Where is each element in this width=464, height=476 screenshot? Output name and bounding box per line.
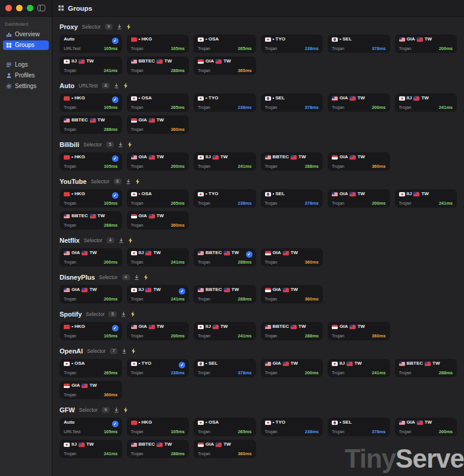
sidebar-item-groups[interactable]: Groups <box>3 40 49 50</box>
proxy-card[interactable]: IIJTW Trojan 241ms <box>395 93 457 112</box>
proxy-card[interactable]: GIATW Trojan 360ms <box>261 248 323 267</box>
download-test-icon[interactable] <box>119 237 124 243</box>
proxy-card[interactable]: • TYO Trojan 238ms <box>194 189 256 208</box>
proxy-name: • OSA <box>198 420 252 425</box>
proxy-card[interactable]: BBTECTW Trojan 288ms ✓ <box>194 248 256 267</box>
latency-test-icon[interactable] <box>123 83 128 89</box>
proxy-card[interactable]: IIJTW Trojan 241ms <box>60 440 122 458</box>
proxy-card[interactable]: GIATW Trojan 200ms <box>328 189 390 208</box>
download-test-icon[interactable] <box>114 407 119 413</box>
proxy-card[interactable]: BBTECTW Trojan 288ms <box>395 359 457 377</box>
latency-test-icon[interactable] <box>130 311 135 317</box>
proxy-card[interactable]: • SEL Trojan 378ms <box>328 418 390 436</box>
proxy-card[interactable]: IIJTW Trojan 241ms ✓ <box>127 285 189 303</box>
proxy-card[interactable]: • OSA Trojan 265ms <box>127 189 189 208</box>
proxy-card[interactable]: GIATW Trojan 360ms <box>60 381 122 399</box>
latency-test-icon[interactable] <box>131 348 136 354</box>
proxy-latency: 241ms <box>104 68 117 73</box>
latency-test-icon[interactable] <box>126 24 131 30</box>
proxy-card[interactable]: • SEL Trojan 378ms <box>261 93 323 112</box>
proxy-latency: 241ms <box>372 371 385 375</box>
proxy-latency: 288ms <box>171 452 185 456</box>
sidebar-item-logs[interactable]: Logs <box>3 60 49 70</box>
proxy-card[interactable]: GIATW Trojan 200ms <box>127 152 189 171</box>
proxy-card[interactable]: • HKG Trojan 105ms ✓ <box>60 322 122 340</box>
sidebar-item-overview[interactable]: Overview <box>3 30 49 39</box>
proxy-card[interactable]: • HKG Trojan 105ms ✓ <box>60 93 122 112</box>
proxy-card[interactable]: • OSA Trojan 265ms <box>60 359 122 377</box>
proxy-card[interactable]: IIJTW Trojan 241ms <box>60 57 122 75</box>
latency-test-icon[interactable] <box>127 142 132 148</box>
proxy-card[interactable]: IIJTW Trojan 241ms <box>395 189 457 208</box>
proxy-card[interactable]: • SEL Trojan 378ms <box>194 359 256 377</box>
proxy-card[interactable]: GIATW Trojan 360ms <box>194 440 256 458</box>
proxy-card[interactable]: GIATW Trojan 200ms <box>261 359 323 377</box>
sidebar-toggle-icon[interactable] <box>38 5 45 11</box>
download-test-icon[interactable] <box>126 178 131 184</box>
proxy-card[interactable]: • HKG Trojan 105ms <box>127 35 189 53</box>
proxy-card[interactable]: • SEL Trojan 378ms <box>261 189 323 208</box>
flag-tw-icon <box>417 37 423 42</box>
zoom-button[interactable] <box>27 5 33 11</box>
proxy-latency: 238ms <box>171 371 185 375</box>
download-test-icon[interactable] <box>121 311 126 317</box>
proxy-card[interactable]: GIATW Trojan 360ms <box>194 57 256 75</box>
download-test-icon[interactable] <box>117 24 122 30</box>
proxy-card[interactable]: BBTECTW Trojan 288ms <box>127 57 189 75</box>
proxy-card[interactable]: IIJTW Trojan 241ms <box>194 322 256 340</box>
proxy-card[interactable]: • OSA Trojan 265ms <box>194 35 256 53</box>
proxy-card[interactable]: GIATW Trojan 360ms <box>261 285 323 303</box>
download-test-icon[interactable] <box>134 274 139 280</box>
proxy-latency: 360ms <box>238 68 251 73</box>
proxy-card[interactable]: • HKG Trojan 105ms ✓ <box>60 152 122 171</box>
proxy-protocol: Trojan <box>131 297 144 302</box>
proxy-card[interactable]: BBTECTW Trojan 288ms <box>261 322 323 340</box>
proxy-card[interactable]: GIATW Trojan 200ms <box>328 93 390 112</box>
proxy-card[interactable]: • OSA Trojan 265ms <box>127 93 189 112</box>
proxy-card[interactable]: • OSA Trojan 265ms <box>194 418 256 436</box>
proxy-card[interactable]: • TYO Trojan 238ms <box>261 35 323 53</box>
proxy-card[interactable]: GIATW Trojan 200ms <box>60 285 122 303</box>
proxy-protocol: Trojan <box>265 164 278 169</box>
proxy-card[interactable]: • HKG Trojan 105ms ✓ <box>60 189 122 208</box>
download-test-icon[interactable] <box>118 142 123 148</box>
download-test-icon[interactable] <box>114 83 119 89</box>
selected-check-icon: ✓ <box>112 192 119 199</box>
proxy-card[interactable]: • SEL Trojan 378ms <box>328 35 390 53</box>
proxy-card[interactable]: • TYO Trojan 238ms <box>194 93 256 112</box>
proxy-card[interactable]: GIATW Trojan 360ms <box>127 211 189 230</box>
proxy-card[interactable]: IIJTW Trojan 241ms <box>328 359 390 377</box>
proxy-card-bottom: Trojan 360ms <box>198 68 252 73</box>
latency-test-icon[interactable] <box>135 178 140 184</box>
minimize-button[interactable] <box>16 5 23 11</box>
proxy-card[interactable]: GIATW Trojan 200ms <box>60 248 122 267</box>
latency-test-icon[interactable] <box>128 237 133 243</box>
sidebar-item-settings[interactable]: Settings <box>3 82 49 91</box>
proxy-card[interactable]: • HKG Trojan 105ms <box>127 418 189 436</box>
proxy-card[interactable]: GIATW Trojan 360ms <box>328 152 390 171</box>
proxy-card[interactable]: BBTECTW Trojan 288ms <box>60 211 122 230</box>
proxy-card[interactable]: IIJTW Trojan 241ms <box>194 152 256 171</box>
proxy-name-text: GIA <box>139 118 147 123</box>
proxy-card[interactable]: GIATW Trojan 200ms <box>395 35 457 53</box>
proxy-card[interactable]: IIJTW Trojan 241ms <box>127 248 189 267</box>
proxy-card[interactable]: • TYO Trojan 238ms ✓ <box>127 359 189 377</box>
group-cards: GIATW Trojan 200ms IIJTW Trojan 241ms BB… <box>60 248 457 267</box>
proxy-card[interactable]: • TYO Trojan 238ms <box>261 418 323 436</box>
proxy-card[interactable]: Auto URLTest 105ms ✓ <box>60 35 122 53</box>
latency-test-icon[interactable] <box>144 274 148 280</box>
proxy-card[interactable]: GIATW Trojan 200ms <box>395 418 457 436</box>
sidebar-item-profiles[interactable]: Profiles <box>3 71 49 80</box>
proxy-card[interactable]: BBTECTW Trojan 288ms <box>194 285 256 303</box>
proxy-card[interactable]: BBTECTW Trojan 288ms <box>127 440 189 458</box>
proxy-latency: 200ms <box>372 105 385 110</box>
latency-test-icon[interactable] <box>123 407 128 413</box>
proxy-card[interactable]: Auto URLTest 105ms ✓ <box>60 418 122 436</box>
proxy-card[interactable]: BBTECTW Trojan 288ms <box>261 152 323 171</box>
proxy-card[interactable]: BBTECTW Trojan 288ms <box>60 115 122 134</box>
proxy-card[interactable]: GIATW Trojan 200ms <box>127 322 189 340</box>
close-button[interactable] <box>5 5 12 11</box>
proxy-card[interactable]: GIATW Trojan 360ms <box>328 322 390 340</box>
proxy-card[interactable]: GIATW Trojan 360ms <box>127 115 189 134</box>
download-test-icon[interactable] <box>122 348 127 354</box>
